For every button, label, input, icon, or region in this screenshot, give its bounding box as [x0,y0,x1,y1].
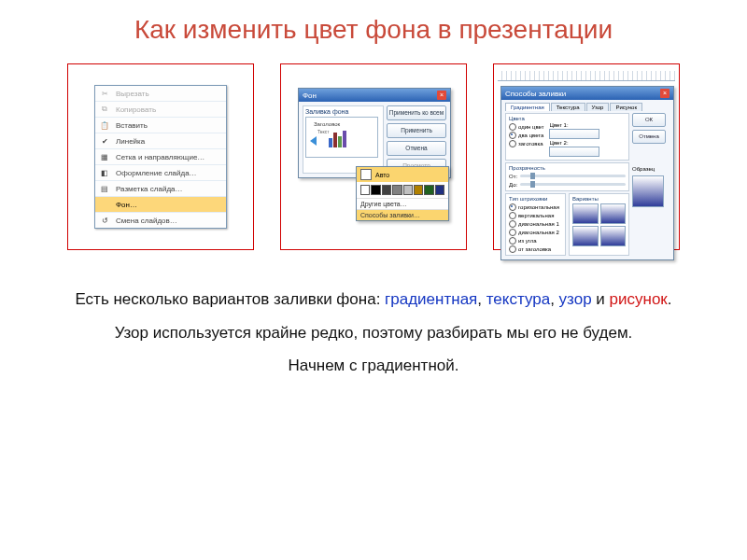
context-menu-item[interactable]: Фон… [95,197,226,213]
screenshots-row: ✂Вырезать⧉Копировать📋Вставить✔Линейка▦Се… [0,63,747,250]
radio-label: диагональная 2 [518,230,559,235]
context-menu-item[interactable]: 📋Вставить [95,118,226,133]
color-dropdown: Авто Другие цвета… Способы заливки… [356,166,449,221]
dialog-title: Фон [303,91,317,100]
to-slider[interactable] [520,183,626,186]
menu-item-label: Фон… [116,201,137,209]
color-swatch[interactable] [360,185,370,195]
menu-item-label: Разметка слайда… [116,185,183,193]
color-swatch[interactable] [371,185,380,195]
slide-title: Как изменить цвет фона в презентации [0,0,747,54]
tab[interactable]: Градиентная [505,103,550,111]
fill-label: Заливка фона [305,108,381,115]
radio-option[interactable]: от заголовка [509,245,562,253]
transparency-label: Прозрачность [509,165,626,171]
menu-item-label: Копировать [116,105,156,114]
tab[interactable]: Текстура [551,103,585,111]
auto-color-item[interactable]: Авто [357,167,448,182]
context-menu-item[interactable]: ◧Оформление слайда… [95,165,226,181]
body-text: Есть несколько вариантов заливки фона: г… [0,287,747,378]
color-swatch[interactable] [414,185,423,195]
radio-label: один цвет [518,124,543,130]
radio-option[interactable]: один цвет [509,122,543,131]
menu-item-label: Вырезать [116,90,149,98]
preview-text: Текст [317,129,330,134]
menu-item-icon: ✂ [97,88,112,99]
radio-icon [509,212,516,219]
text: Начнем с градиентной. [37,354,710,378]
radio-icon [509,123,516,131]
radio-label: горизонтальная [518,204,559,210]
variants-grid[interactable] [572,203,626,246]
color1-combo[interactable] [549,129,599,139]
text: и [592,290,610,308]
cancel-button[interactable]: Отмена [387,141,446,156]
radio-option[interactable]: из угла [509,236,562,245]
color-swatch[interactable] [435,185,444,195]
from-label: От: [509,174,517,179]
fill-effects-dialog: Способы заливки × ГрадиентнаяТекстураУзо… [500,86,674,260]
color2-label: Цвет 2: [549,140,599,146]
fill-effects-item[interactable]: Способы заливки… [357,209,448,220]
menu-item-icon: 📋 [97,119,112,131]
radio-option[interactable]: горизонтальная [509,203,562,211]
shading-radios: горизонтальнаявертикальнаядиагональная 1… [509,203,562,253]
context-menu-item[interactable]: ⧉Копировать [95,102,226,118]
radio-icon [509,237,516,245]
radio-option[interactable]: два цвета [509,131,543,139]
cancel-button[interactable]: Отмена [632,130,666,144]
ok-button[interactable]: ОК [632,113,666,127]
radio-label: от заголовка [518,246,551,252]
context-menu-item[interactable]: ✔Линейка [95,133,226,149]
tabs: ГрадиентнаяТекстураУзорРисунок [505,103,669,111]
menu-item-icon: ↺ [97,215,112,226]
color-swatch[interactable] [424,185,433,195]
context-menu-item[interactable]: ✂Вырезать [95,86,226,102]
close-icon[interactable]: × [660,89,669,98]
colors-group-label: Цвета [509,116,626,121]
screenshot-3: Способы заливки × ГрадиентнаяТекстураУзо… [493,63,680,250]
radio-option[interactable]: заготовка [509,139,543,147]
radio-option[interactable]: диагональная 2 [509,228,562,236]
color-swatches[interactable] [357,182,448,198]
radio-icon [509,245,516,253]
menu-item-label: Вставить [116,121,148,130]
radio-option[interactable]: вертикальная [509,211,562,219]
to-label: До: [509,182,517,188]
context-menu-item[interactable]: ↺Смена слайдов… [95,213,226,228]
close-icon[interactable]: × [437,91,446,100]
radio-option[interactable]: диагональная 1 [509,219,562,228]
slide: Как изменить цвет фона в презентации ✂Вы… [0,0,747,560]
text: , [477,290,486,308]
color2-combo[interactable] [549,147,599,157]
shading-label: Тип штриховки [509,196,562,202]
sample-label: Образец [632,166,669,172]
radio-label: заготовка [518,141,543,147]
menu-item-label: Смена слайдов… [116,217,177,225]
tab[interactable]: Узор [586,103,610,111]
background-dialog: Фон × Заливка фона Заголовок Текст [298,88,451,178]
color-swatch[interactable] [403,185,413,195]
radio-icon [509,132,516,139]
from-slider[interactable] [520,175,626,177]
text-texture: текстура [486,290,550,308]
text-pattern: узор [559,290,592,308]
color-swatch[interactable] [382,185,391,195]
tab[interactable]: Рисунок [610,103,642,111]
radio-label: диагональная 1 [518,221,559,227]
text: Узор используется крайне редко, поэтому … [37,321,710,345]
color-mode-radios: один цветдва цветазаготовка [509,122,543,158]
context-menu-item[interactable]: ▤Разметка слайда… [95,181,226,197]
text: , [550,290,558,308]
preview-title: Заголовок [314,121,340,127]
color1-label: Цвет 1: [549,122,599,128]
chart-icon [329,131,346,147]
context-menu: ✂Вырезать⧉Копировать📋Вставить✔Линейка▦Се… [94,85,227,229]
apply-button[interactable]: Применить [387,123,446,138]
color-swatch[interactable] [392,185,402,195]
more-colors-item[interactable]: Другие цвета… [357,198,448,209]
menu-item-label: Сетка и направляющие… [116,153,204,161]
apply-all-button[interactable]: Применить ко всем [387,105,446,120]
context-menu-item[interactable]: ▦Сетка и направляющие… [95,149,226,165]
radio-icon [509,203,516,211]
